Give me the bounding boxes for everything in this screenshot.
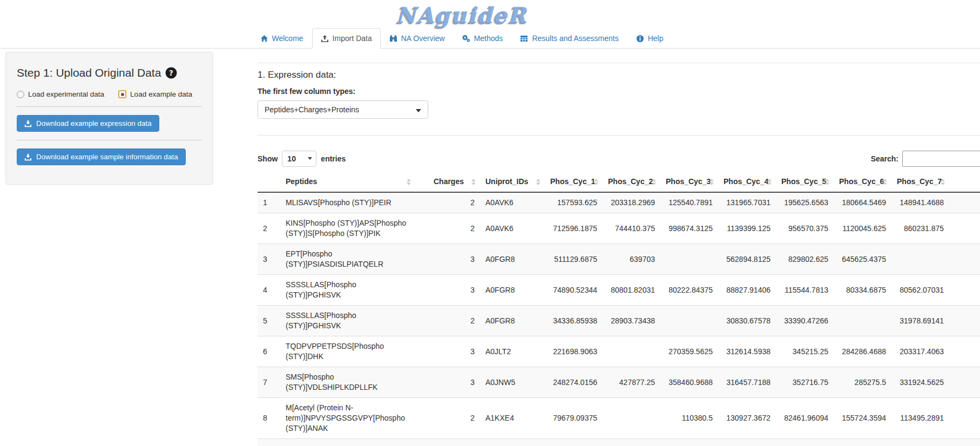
value-cell: 956570.375: [776, 213, 834, 244]
column-header-phos_cyc_3[interactable]: Phos_Cyc_3: [660, 172, 718, 192]
column-header-phos_cyc_5[interactable]: Phos_Cyc_5: [776, 172, 834, 192]
tab-label: Welcome: [272, 34, 303, 43]
table-icon: [520, 35, 528, 43]
peptide-cell: SMS[Phospho (STY)]VDLSHIPLKDPLLFK: [280, 367, 415, 398]
value-cell: 285275.5: [834, 367, 891, 398]
column-types-select[interactable]: Peptides+Charges+Proteins: [258, 100, 428, 119]
value-cell: [603, 336, 660, 367]
sort-icon: [767, 179, 772, 185]
search-input[interactable]: [902, 151, 980, 167]
charge-cell: 2: [415, 306, 480, 336]
tab-label: Import Data: [333, 34, 372, 43]
import-data-panel: 1. Expression data: The first few column…: [258, 52, 980, 446]
column-header-cutoff: [949, 172, 980, 192]
svg-text:?: ?: [169, 69, 173, 77]
value-cell: 34336.85938: [545, 306, 603, 336]
value-cell: 284286.4688: [834, 336, 891, 367]
charge-cell: 3: [415, 244, 480, 275]
column-header-uniprot_ids[interactable]: Uniprot_IDs: [480, 172, 545, 192]
value-cell: 157593.625: [545, 192, 603, 213]
value-cell: 1120045.625: [834, 213, 891, 244]
row-index-cell: 7: [258, 367, 280, 398]
binoculars-icon: [389, 35, 397, 43]
tab-label: NA Overview: [401, 34, 445, 43]
value-cell: 33390.47266: [776, 306, 834, 336]
table-row: 4SSSSLLAS[Phospho (STY)]PGHISVK3A0FGR874…: [258, 275, 980, 306]
charge-cell: 2: [415, 213, 480, 244]
value-cell: 645625.4375: [834, 244, 891, 275]
column-header-phos_cyc_7[interactable]: Phos_Cyc_7: [891, 172, 949, 192]
value-cell: 427877.25: [603, 367, 660, 398]
value-cell: 82461.96094: [776, 398, 834, 439]
column-header-charges[interactable]: Charges: [415, 172, 480, 192]
table-row: 1MLISAVS[Phospho (STY)]PEIR2A0AVK6157593…: [258, 192, 980, 213]
cutoff-cell: [949, 367, 980, 398]
column-header-phos_cyc_1[interactable]: Phos_Cyc_1: [545, 172, 603, 192]
cutoff-cell: [949, 398, 980, 439]
peptide-cell: EPT[Phospho (STY)]PSIASDISLPIATQELR: [280, 244, 415, 275]
radio-load-example[interactable]: Load example data: [118, 90, 192, 98]
column-header-label: Peptides: [286, 177, 317, 186]
download-expression-button[interactable]: Download example expression data: [17, 115, 159, 132]
value-cell: 221698.9063: [545, 336, 603, 367]
uniprot-cell: A0AVK6: [480, 213, 545, 244]
value-cell: 80334.6875: [834, 275, 891, 306]
value-cell: 744410.375: [603, 213, 660, 244]
uniprot-cell: A0JLT2: [480, 336, 545, 367]
tab-results-assessments[interactable]: Results and Assessments: [511, 28, 627, 49]
value-cell: 331924.5625: [891, 367, 949, 398]
table-header-row: PeptidesChargesUniprot_IDsPhos_Cyc_1Phos…: [258, 172, 980, 192]
sort-icon: [825, 179, 829, 185]
value-cell: [660, 306, 718, 336]
download-sample-info-button[interactable]: Download example sample information data: [17, 148, 186, 165]
clipped-cell: [603, 439, 660, 446]
sort-icon: [941, 179, 945, 185]
question-circle-icon[interactable]: ?: [165, 67, 177, 79]
header: NAguideR: [0, 0, 923, 28]
page-length-select[interactable]: 10: [282, 151, 316, 167]
row-index-cell: 1: [258, 192, 280, 213]
tab-methods[interactable]: Methods: [454, 28, 512, 49]
value-cell: 80562.07031: [891, 275, 949, 306]
column-header-label: Phos_Cyc_1: [550, 177, 595, 186]
column-header-phos_cyc_4[interactable]: Phos_Cyc_4: [718, 172, 776, 192]
upload-icon: [321, 35, 329, 43]
tab-welcome[interactable]: Welcome: [252, 28, 312, 49]
value-cell: 203317.4063: [891, 336, 949, 367]
value-cell: 30830.67578: [718, 306, 776, 336]
tab-label: Results and Assessments: [532, 34, 618, 43]
cutoff-cell: [949, 336, 980, 367]
radio-load-experimental[interactable]: Load experimental data: [17, 90, 104, 98]
column-header-peptides[interactable]: Peptides: [280, 172, 415, 192]
download-icon: [24, 120, 32, 127]
table-row: 7SMS[Phospho (STY)]VDLSHIPLKDPLLFK3A0JNW…: [258, 367, 980, 398]
clipped-cell: [776, 439, 834, 446]
app-logo: NAguideR: [0, 0, 923, 28]
radio-unchecked-icon: [17, 91, 24, 98]
value-cell: 88827.91406: [718, 275, 776, 306]
value-cell: 74890.52344: [545, 275, 603, 306]
column-header-index: [258, 172, 280, 192]
divider: [17, 106, 202, 107]
data-source-radios: Load experimental data Load example data: [17, 90, 202, 98]
sort-icon: [407, 179, 411, 185]
clipped-cell: [280, 439, 415, 446]
value-cell: 352716.75: [776, 367, 834, 398]
cutoff-cell: [949, 244, 980, 275]
show-label: Show: [258, 154, 278, 163]
chevron-down-icon: [416, 109, 421, 112]
column-header-phos_cyc_6[interactable]: Phos_Cyc_6: [834, 172, 891, 192]
tab-na-overview[interactable]: NA Overview: [381, 28, 454, 49]
tab-help[interactable]: Help: [627, 28, 672, 49]
column-header-label: Charges: [434, 177, 464, 186]
value-cell: 312614.5938: [718, 336, 776, 367]
table-row: 6TQDPVPPETPSDS[Phospho (STY)]DHK3A0JLT22…: [258, 336, 980, 367]
value-cell: 130927.3672: [718, 398, 776, 439]
value-cell: 562894.8125: [718, 244, 776, 275]
value-cell: 511129.6875: [545, 244, 603, 275]
tab-import-data[interactable]: Import Data: [312, 28, 381, 49]
value-cell: 180664.5469: [834, 192, 891, 213]
divider: [258, 135, 980, 136]
value-cell: 203318.2969: [603, 192, 660, 213]
column-header-phos_cyc_2[interactable]: Phos_Cyc_2: [603, 172, 660, 192]
